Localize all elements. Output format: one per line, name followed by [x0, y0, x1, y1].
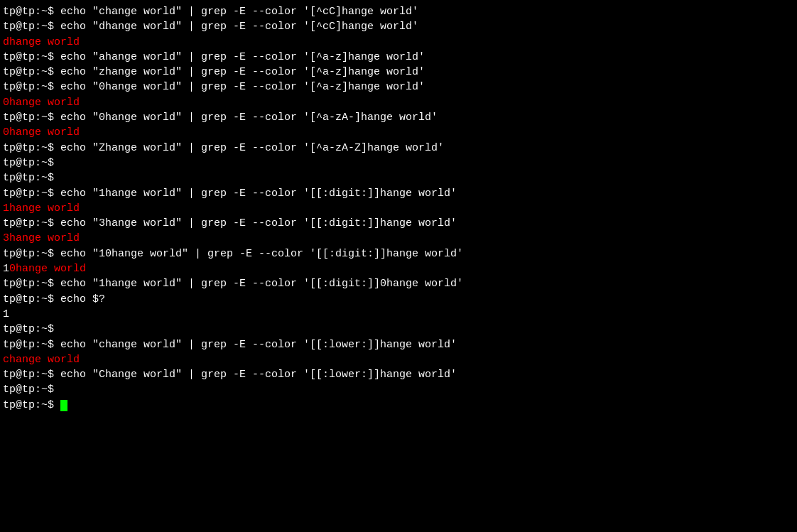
terminal-line: tp@tp:~$: [3, 170, 794, 185]
terminal-line: tp@tp:~$ echo "1hange world" | grep -E -…: [3, 276, 794, 291]
terminal-line: tp@tp:~$ echo "1hange world" | grep -E -…: [3, 186, 794, 201]
terminal-line: tp@tp:~$ echo "0hange world" | grep -E -…: [3, 110, 794, 125]
terminal-line: tp@tp:~$ echo "dhange world" | grep -E -…: [3, 19, 794, 34]
terminal-line: tp@tp:~$ echo "change world" | grep -E -…: [3, 337, 794, 352]
terminal-line: tp@tp:~$: [3, 382, 794, 397]
terminal-line: tp@tp:~$: [3, 156, 794, 170]
terminal-line: tp@tp:~$ echo "ahange world" | grep -E -…: [3, 50, 794, 65]
terminal-line: 1hange world: [3, 201, 794, 216]
terminal-line: change world: [3, 352, 794, 367]
terminal-line: tp@tp:~$ echo "zhange world" | grep -E -…: [3, 65, 794, 80]
terminal-line: tp@tp:~$ echo "0hange world" | grep -E -…: [3, 80, 794, 94]
terminal-line: tp@tp:~$ echo "Change world" | grep -E -…: [3, 367, 794, 382]
terminal-line: tp@tp:~$ echo "change world" | grep -E -…: [3, 4, 794, 19]
terminal-line: 10hange world: [3, 261, 794, 276]
terminal-line: 3hange world: [3, 231, 794, 246]
terminal-line: tp@tp:~$ echo "Zhange world" | grep -E -…: [3, 141, 794, 156]
terminal-line: tp@tp:~$ echo "10hange world" | grep -E …: [3, 246, 794, 261]
terminal-line: 0hange world: [3, 95, 794, 110]
terminal-line: 0hange world: [3, 125, 794, 140]
terminal-line: tp@tp:~$: [3, 398, 794, 413]
terminal-line: 1: [3, 307, 794, 322]
terminal-line: tp@tp:~$ echo $?: [3, 292, 794, 307]
terminal-line: dhange world: [3, 35, 794, 50]
terminal-window[interactable]: tp@tp:~$ echo "change world" | grep -E -…: [0, 0, 797, 532]
terminal-line: tp@tp:~$: [3, 322, 794, 337]
terminal-cursor: [60, 400, 67, 411]
terminal-line: tp@tp:~$ echo "3hange world" | grep -E -…: [3, 216, 794, 231]
